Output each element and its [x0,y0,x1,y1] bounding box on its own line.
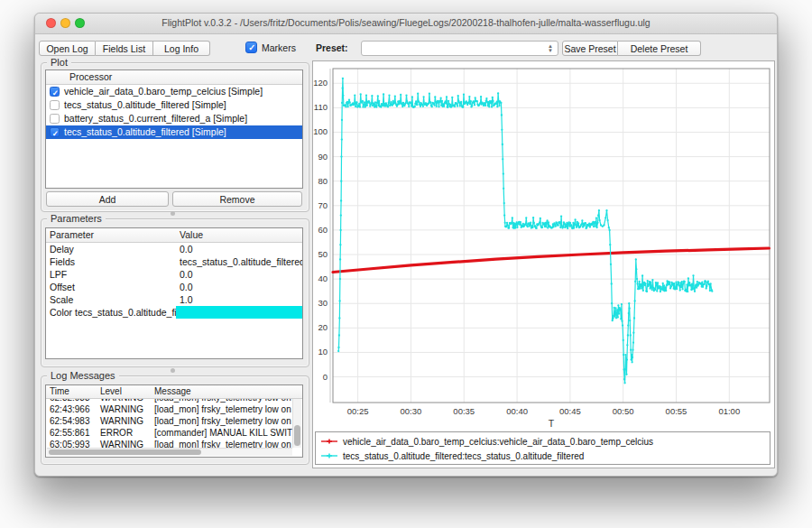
svg-text:120: 120 [313,78,328,88]
hscroll-thumb[interactable] [49,449,201,455]
plot-field-row[interactable]: battery_status_0.current_filtered_a [Sim… [46,112,302,125]
combo-stepper-icon[interactable]: ▲▼ [544,42,557,54]
unchecked-checkbox-icon[interactable] [50,100,60,110]
close-icon[interactable] [46,18,56,28]
col-value: Value [176,228,302,242]
color-swatch[interactable] [176,306,302,319]
plot-table-header: Processor [46,70,302,85]
parameter-value[interactable]: 0.0 [176,268,302,281]
zoom-icon[interactable] [75,18,85,28]
parameter-value[interactable]: 0.0 [176,281,302,293]
minimize-icon[interactable] [60,18,70,28]
svg-text:50: 50 [318,249,328,259]
plot-group-title: Plot [47,57,71,68]
log-messages-groupbox: Log Messages Time Level Message 62:32:93… [41,375,309,465]
svg-text:00:30: 00:30 [401,406,422,416]
parameter-row[interactable]: Delay0.0 [46,243,302,255]
log-info-button[interactable]: Log Info [153,41,210,56]
chart-panel: 010203040506070809010011012000:2500:3000… [312,60,775,468]
svg-text:00:35: 00:35 [453,406,475,416]
parameter-name: Offset [46,281,176,293]
parameters-group-title: Parameters [47,213,106,224]
log-message: [load_mon] frsky_telemetry low on sta [151,403,293,415]
plot-field-label: tecs_status_0.altitude_filtered [Simple] [64,125,226,139]
log-message-row[interactable]: 62:43:966WARNING[load_mon] frsky_telemet… [46,403,293,415]
plot-field-label: battery_status_0.current_filtered_a [Sim… [64,112,247,125]
plot-field-list: vehicle_air_data_0.baro_temp_celcius [Si… [46,85,302,139]
vscroll-thumb[interactable] [294,425,300,446]
plot-field-label: tecs_status_0.altitude_filtered [Simple] [64,98,226,112]
svg-text:00:55: 00:55 [666,406,687,416]
parameters-table-header: Parameter Value [46,228,302,243]
svg-text:30: 30 [318,298,328,308]
horizontal-scrollbar[interactable] [47,448,292,456]
svg-text:01:00: 01:00 [718,406,740,416]
fields-list-button[interactable]: Fields List [96,41,153,56]
parameter-name: Scale [46,293,176,306]
plot-field-row[interactable]: vehicle_air_data_0.baro_temp_celcius [Si… [46,85,302,98]
vertical-scrollbar[interactable] [292,399,301,448]
svg-text:10: 10 [318,347,328,357]
log-message: [commander] MANUAL KILL SWITCH EN [151,427,293,439]
col-parameter: Parameter [46,228,176,242]
svg-text:20: 20 [318,322,328,332]
add-button[interactable]: Add [46,191,169,207]
svg-text:60: 60 [318,225,328,235]
log-time: 62:43:966 [46,403,97,415]
legend-entry: vehicle_air_data_0.baro_temp_celcius:veh… [320,434,765,449]
save-preset-button[interactable]: Save Preset [562,41,618,56]
plot-field-row[interactable]: tecs_status_0.altitude_filtered [Simple] [46,98,302,112]
legend-marker-icon [320,438,338,445]
open-log-button[interactable]: Open Log [39,41,96,56]
svg-text:T: T [549,418,555,429]
log-table-header: Time Level Message [46,385,302,399]
parameter-value[interactable]: 0.0 [176,243,302,255]
parameter-row[interactable]: Color tecs_status_0.altitude_filt... [46,306,302,319]
parameter-name: Delay [46,243,176,255]
parameters-groupbox: Parameters Parameter Value Delay0.0Field… [41,218,309,367]
parameter-name: LPF [46,268,176,281]
svg-text:100: 100 [313,126,328,136]
parameter-name: Color tecs_status_0.altitude_filt... [46,306,176,319]
log-level: WARNING [97,415,151,427]
plot-field-row[interactable]: tecs_status_0.altitude_filtered [Simple] [46,125,302,139]
parameter-row[interactable]: LPF0.0 [46,268,302,281]
log-messages-table: Time Level Message 62:32:933WARNING[load… [45,384,303,458]
unchecked-checkbox-icon[interactable] [50,114,60,124]
parameter-row[interactable]: Scale1.0 [46,293,302,306]
parameter-name: Fields [46,255,176,268]
plot-fields-table: Processor vehicle_air_data_0.baro_temp_c… [45,69,303,189]
log-message-row[interactable]: 62:55:861ERROR[commander] MANUAL KILL SW… [46,427,293,439]
parameter-value[interactable]: tecs_status_0.altitude_filtered [176,255,302,268]
parameter-row[interactable]: Offset0.0 [46,281,302,293]
remove-button[interactable]: Remove [172,191,302,207]
log-level: ERROR [97,427,151,439]
parameter-row[interactable]: Fieldstecs_status_0.altitude_filtered [46,255,302,268]
title-bar: FlightPlot v.0.3.2 - /Users/fritz/Docume… [35,14,777,34]
checked-checkbox-icon[interactable] [50,127,60,137]
preset-combobox[interactable]: ▲▼ [361,41,558,56]
plot-canvas[interactable]: 010203040506070809010011012000:2500:3000… [313,61,774,431]
legend-marker-icon [320,452,338,459]
col-time: Time [46,385,97,398]
toolbar: Open Log Fields List Log Info Markers Pr… [35,40,777,58]
log-level: WARNING [97,403,151,415]
splitter-handle[interactable] [171,368,175,373]
parameters-table: Parameter Value Delay0.0Fieldstecs_statu… [45,227,303,359]
splitter-handle[interactable] [171,211,175,216]
window-title: FlightPlot v.0.3.2 - /Users/fritz/Docume… [35,14,777,32]
svg-text:00:50: 00:50 [613,406,634,416]
delete-preset-button[interactable]: Delete Preset [618,41,701,56]
log-message-row[interactable]: 62:54:983WARNING[load_mon] frsky_telemet… [46,415,293,427]
checked-checkbox-icon[interactable] [50,87,60,97]
svg-text:00:40: 00:40 [506,406,528,416]
app-window: FlightPlot v.0.3.2 - /Users/fritz/Docume… [34,13,778,477]
col-level: Level [97,385,151,398]
log-time: 62:55:861 [46,427,97,439]
svg-text:110: 110 [314,102,328,112]
legend-entry: tecs_status_0.altitude_filtered:tecs_sta… [320,449,765,463]
parameter-value[interactable]: 1.0 [176,293,302,306]
markers-checkbox[interactable] [245,42,257,53]
svg-text:00:25: 00:25 [347,406,369,416]
legend-label: vehicle_air_data_0.baro_temp_celcius:veh… [343,437,653,447]
